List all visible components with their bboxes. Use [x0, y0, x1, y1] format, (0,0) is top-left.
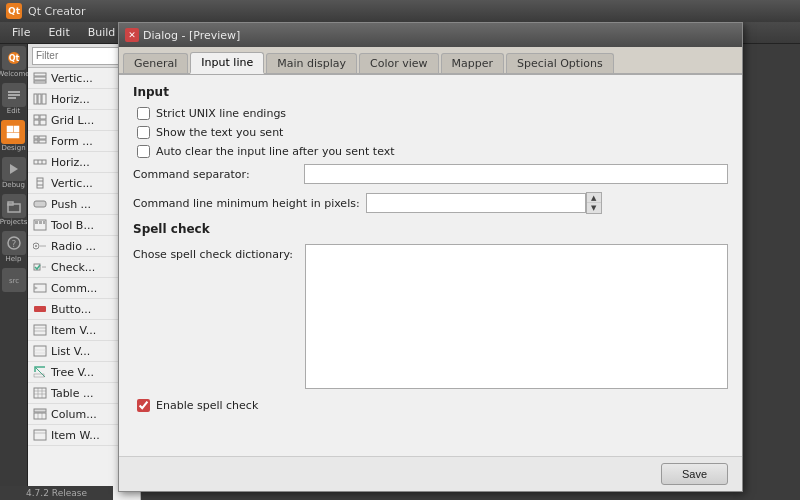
strict-unix-checkbox[interactable]: [137, 107, 150, 120]
dialog-footer: Save: [119, 456, 742, 491]
svg-rect-64: [34, 430, 46, 440]
svg-rect-21: [40, 115, 46, 119]
sidebar-label-4: Horiz...: [51, 156, 90, 169]
auto-clear-label[interactable]: Auto clear the input line after you sent…: [156, 145, 395, 158]
svg-rect-20: [34, 115, 39, 119]
show-text-row: Show the text you sent: [133, 126, 728, 139]
dialog-content: Input Strict UNIX line endings Show the …: [119, 75, 742, 456]
toolbar-group-5: Projects: [0, 194, 27, 226]
svg-text:Qt: Qt: [8, 54, 19, 63]
tab-general[interactable]: General: [123, 53, 188, 73]
svg-rect-17: [34, 94, 37, 104]
spell-dict-box[interactable]: [305, 244, 728, 389]
enable-spell-checkbox[interactable]: [137, 399, 150, 412]
svg-rect-26: [34, 140, 38, 143]
svg-rect-23: [40, 120, 46, 125]
spell-dict-label: Chose spell check dictionary:: [133, 244, 293, 261]
toolbar-group-1: Qt Welcome: [0, 46, 30, 78]
toolbar-design-label: Design: [1, 145, 25, 152]
show-text-checkbox[interactable]: [137, 126, 150, 139]
menu-edit[interactable]: Edit: [40, 24, 77, 41]
tab-mapper[interactable]: Mapper: [441, 53, 505, 73]
svg-rect-25: [39, 136, 46, 139]
svg-rect-27: [39, 140, 46, 143]
svg-rect-55: [34, 388, 46, 398]
toolbar-welcome-btn[interactable]: Qt: [2, 46, 26, 70]
toolbar-group-3: Design: [1, 120, 25, 152]
svg-rect-50: [34, 346, 46, 356]
toolbar-debug-label: Debug: [2, 182, 25, 189]
sidebar-label-12: Item V...: [51, 324, 96, 337]
svg-rect-37: [39, 221, 42, 224]
command-separator-input[interactable]: [304, 164, 728, 184]
sidebar-label-15: Table ...: [51, 387, 93, 400]
dialog-close-btn[interactable]: ✕: [125, 28, 139, 42]
item-view-icon: [32, 322, 48, 338]
sidebar-label-2: Grid L...: [51, 114, 94, 127]
command-height-label: Command line minimum height in pixels:: [133, 197, 360, 210]
sidebar-label-0: Vertic...: [51, 72, 93, 85]
main-layout: Qt Welcome Edit Design Debug Pr: [0, 44, 800, 500]
svg-rect-16: [34, 81, 46, 83]
height-spinner-down[interactable]: ▼: [587, 203, 601, 213]
toolbar-help-label: Help: [6, 256, 22, 263]
button-icon: [32, 301, 48, 317]
vert2-icon: [32, 175, 48, 191]
spell-dict-area: Chose spell check dictionary:: [133, 244, 728, 389]
svg-rect-47: [34, 325, 46, 335]
command-height-input[interactable]: 0: [366, 193, 586, 213]
save-button[interactable]: Save: [661, 463, 728, 485]
tab-main-display[interactable]: Main display: [266, 53, 357, 73]
table-icon: [32, 385, 48, 401]
tab-color-view[interactable]: Color view: [359, 53, 439, 73]
auto-clear-row: Auto clear the input line after you sent…: [133, 145, 728, 158]
menu-build[interactable]: Build: [80, 24, 124, 41]
tab-input-line[interactable]: Input line: [190, 52, 264, 74]
enable-spell-row: Enable spell check: [133, 399, 728, 412]
auto-clear-checkbox[interactable]: [137, 145, 150, 158]
svg-text:?: ?: [11, 239, 16, 249]
sidebar-label-3: Form ...: [51, 135, 93, 148]
sidebar-label-9: Check...: [51, 261, 95, 274]
toolbar-group-2: Edit: [2, 83, 26, 115]
svg-rect-22: [34, 120, 39, 125]
toolbar-group-6: ? Help: [2, 231, 26, 263]
sidebar-label-11: Butto...: [51, 303, 91, 316]
svg-rect-7: [7, 133, 19, 138]
dialog-title: Dialog - [Preview]: [143, 29, 736, 42]
command-separator-label: Command separator:: [133, 168, 298, 181]
svg-point-40: [35, 245, 37, 247]
svg-rect-28: [34, 160, 46, 164]
tab-special-options[interactable]: Special Options: [506, 53, 614, 73]
toolbar-edit-btn[interactable]: [2, 83, 26, 107]
height-spinner-btns: ▲ ▼: [586, 192, 602, 214]
toolbar-src-btn[interactable]: src: [2, 268, 26, 292]
svg-text:src: src: [8, 277, 18, 285]
sidebar-label-13: List V...: [51, 345, 90, 358]
top-bar: Qt Qt Creator: [0, 0, 800, 22]
list-icon: [32, 343, 48, 359]
strict-unix-label[interactable]: Strict UNIX line endings: [156, 107, 286, 120]
push-btn-icon: [32, 196, 48, 212]
toolbar-design-btn[interactable]: [1, 120, 25, 144]
strict-unix-row: Strict UNIX line endings: [133, 107, 728, 120]
height-spinner-up[interactable]: ▲: [587, 193, 601, 203]
toolbar-help-btn[interactable]: ?: [2, 231, 26, 255]
command-height-row: Command line minimum height in pixels: 0…: [133, 192, 728, 214]
left-toolbar: Qt Welcome Edit Design Debug Pr: [0, 44, 28, 500]
horiz2-icon: [32, 154, 48, 170]
svg-marker-8: [10, 164, 18, 174]
radio-icon: [32, 238, 48, 254]
toolbar-debug-btn[interactable]: [2, 157, 26, 181]
svg-rect-24: [34, 136, 38, 139]
toolbar-projects-btn[interactable]: [2, 194, 26, 218]
toolbar-projects-label: Projects: [0, 219, 27, 226]
show-text-label[interactable]: Show the text you sent: [156, 126, 283, 139]
enable-spell-label[interactable]: Enable spell check: [156, 399, 258, 412]
svg-rect-6: [14, 126, 19, 132]
menu-file[interactable]: File: [4, 24, 38, 41]
grid-layout-icon: [32, 112, 48, 128]
sidebar-label-1: Horiz...: [51, 93, 90, 106]
app-title: Qt Creator: [28, 5, 86, 18]
sidebar-label-5: Vertic...: [51, 177, 93, 190]
